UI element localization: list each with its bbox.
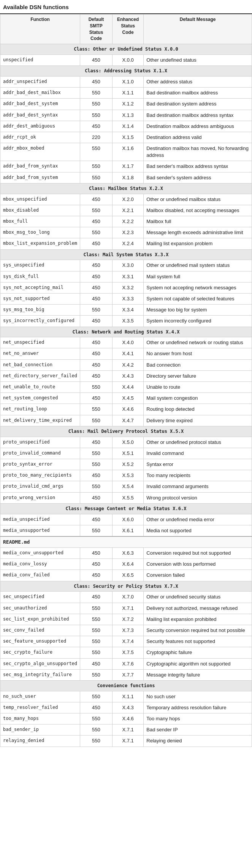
- table-row: sec_crypto_failure550X.7.5Cryptographic …: [0, 647, 252, 658]
- table-row: addr_bad_dest_system550X.1.2Bad destinat…: [0, 99, 252, 110]
- table-row: addr_unspecified450X.1.0Other address st…: [0, 76, 252, 87]
- table-row: sys_not_supported450X.3.3System not capa…: [0, 293, 252, 304]
- table-row: net_routing_loop550X.4.6Routing loop det…: [0, 404, 252, 415]
- table-row: sys_disk_full450X.3.1Mail system full: [0, 271, 252, 282]
- class-header-row: Convenience functions: [0, 680, 252, 691]
- table-row: sys_incorrectly_configured450X.3.5System…: [0, 316, 252, 327]
- table-row: sec_unspecified450X.7.0Other or undefine…: [0, 592, 252, 603]
- table-row: bad_sender_ip550X.7.1Bad sender IP: [0, 724, 252, 736]
- table-row: proto_wrong_version450X.5.5Wrong protoco…: [0, 492, 252, 503]
- table-row: sec_msg_integrity_failure550X.7.7Message…: [0, 669, 252, 680]
- table-row: proto_unspecified450X.5.0Other or undefi…: [0, 437, 252, 448]
- table-row: sec_conv_failed550X.7.3Security conversi…: [0, 625, 252, 636]
- table-row: no_such_user550X.1.1No such user: [0, 691, 252, 702]
- class-header-row: Class: Addressing Status X.1.X: [0, 66, 252, 77]
- table-row: addr_dest_ambiguous450X.1.4Destination m…: [0, 121, 252, 132]
- table-row: mbox_msg_too_long550X.2.3Message length …: [0, 227, 252, 238]
- class-header-row: Class: Security or Policy Status X.7.X: [0, 581, 252, 592]
- class-header-row: Class: Message Content or Media Status X…: [0, 503, 252, 514]
- col-header-enhanced: EnhancedStatus Code: [112, 14, 143, 44]
- class-header-row: Class: Mail Delivery Protocol Status X.5…: [0, 426, 252, 437]
- table-row: addr_bad_dest_syntax550X.1.3Bad destinat…: [0, 110, 252, 121]
- table-row: proto_syntax_error550X.5.2Syntax error: [0, 459, 252, 470]
- readme-row: README.md: [0, 536, 252, 548]
- page-title: Available DSN functions: [0, 0, 252, 14]
- table-row: addr_mbox_mobed550X.1.6Destination mailb…: [0, 143, 252, 161]
- col-header-function: Function: [0, 14, 80, 44]
- table-row: sec_unauthorized550X.7.1Delivery not aut…: [0, 603, 252, 614]
- table-row: sys_msg_too_big550X.3.4Message too big f…: [0, 305, 252, 316]
- table-row: proto_invalid_command550X.5.1Invalid com…: [0, 448, 252, 459]
- class-header-row: Class: Other or Undefined Status X.0.0: [0, 44, 252, 55]
- col-header-message: Default Message: [144, 14, 252, 44]
- table-row: addr_bad_dest_mailbox550X.1.1Bad destina…: [0, 88, 252, 99]
- dsn-table: Function Default SMTPStatus Code Enhance…: [0, 14, 252, 747]
- table-row: net_unspecified450X.4.0Other or undefine…: [0, 337, 252, 348]
- class-header-row: Class: Mail System Status X.3.X: [0, 249, 252, 260]
- table-row: net_directory_server_failed450X.4.3Direc…: [0, 370, 252, 381]
- table-row: temp_resolver_failed450X.4.3Temporary ad…: [0, 702, 252, 713]
- table-row: relaying_denied550X.7.1Relaying denied: [0, 736, 252, 747]
- table-row: too_many_hops550X.4.6Too many hops: [0, 713, 252, 724]
- table-row: media_conv_lossy450X.6.4Conversion with …: [0, 559, 252, 570]
- table-row: sec_feature_unsupported550X.7.4Security …: [0, 636, 252, 647]
- table-row: net_bad_connection450X.4.2Bad connection: [0, 359, 252, 370]
- table-row: net_system_congested450X.4.5Mail system …: [0, 393, 252, 404]
- table-row: media_unspecified450X.6.0Other or undefi…: [0, 514, 252, 525]
- table-row: net_unable_to_route550X.4.4Unable to rou…: [0, 382, 252, 393]
- table-row: mbox_disabled550X.2.1Mailbox disabled, n…: [0, 205, 252, 216]
- table-row: sec_list_expn_prohibited550X.7.2Mailing …: [0, 614, 252, 625]
- table-row: addr_bad_from_system550X.1.8Bad sender's…: [0, 172, 252, 183]
- table-row: mbox_list_expansion_problem450X.2.4Maili…: [0, 238, 252, 249]
- table-row: net_no_answer450X.4.1No answer from host: [0, 348, 252, 359]
- table-row: mbox_unspecified450X.2.0Other or undefin…: [0, 194, 252, 205]
- class-header-row: Class: Mailbox Status X.2.X: [0, 183, 252, 194]
- table-row: media_conv_unsupported450X.6.3Conversion…: [0, 548, 252, 559]
- table-row: proto_too_many_recipients450X.5.3Too man…: [0, 470, 252, 481]
- table-row: media_conv_failed450X.6.5Conversion fail…: [0, 570, 252, 581]
- table-row: addr_bad_from_syntax550X.1.7Bad sender's…: [0, 161, 252, 172]
- class-header-row: Class: Network and Routing Status X.4.X: [0, 327, 252, 337]
- table-row: net_delivery_time_expired550X.4.7Deliver…: [0, 415, 252, 426]
- table-row: sys_not_accepting_mail450X.3.2System not…: [0, 282, 252, 293]
- table-row: addr_rcpt_ok220X.1.5Destination address …: [0, 132, 252, 143]
- table-row: unspecified450X.0.0Other undefined statu…: [0, 54, 252, 65]
- table-row: sys_unspecified450X.3.0Other or undefine…: [0, 260, 252, 271]
- table-row: mbox_full450X.2.2Mailbox full: [0, 216, 252, 227]
- table-row: sec_crypto_algo_unsupported450X.7.6Crypt…: [0, 658, 252, 669]
- table-row: proto_invalid_cmd_args550X.5.4Invalid co…: [0, 481, 252, 492]
- col-header-smtp: Default SMTPStatus Code: [80, 14, 113, 44]
- table-row: media_unsupported550X.6.1Media not suppo…: [0, 525, 252, 536]
